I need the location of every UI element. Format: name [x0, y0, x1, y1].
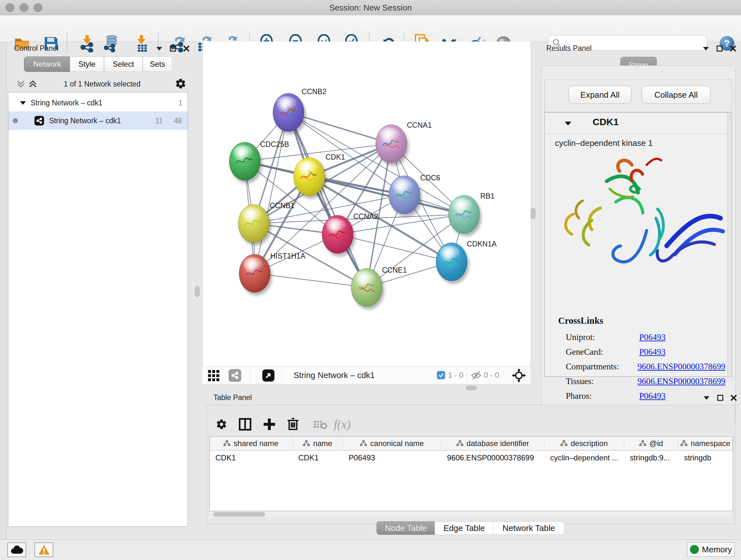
show-columns-icon[interactable] — [239, 418, 252, 431]
network-node-cdk1[interactable]: CDK1 — [293, 153, 345, 199]
horizontal-splitter-handle[interactable] — [466, 386, 477, 390]
network-collection-count: 1 — [179, 99, 183, 107]
crosslink-label: Tissues: — [566, 376, 637, 386]
crosslink-link[interactable]: 9606.ENSP00000378699 — [637, 362, 725, 372]
network-node-cdkn1a[interactable]: CDKN1A — [436, 240, 497, 284]
results-node-section: CDK1 cyclin–dependent kinase 1 — [544, 112, 732, 377]
pan-crosshair-icon[interactable] — [512, 368, 526, 382]
tab-network-table[interactable]: Network Table — [493, 521, 564, 535]
column-header-canonical-name[interactable]: canonical name — [343, 437, 441, 450]
tab-node-table[interactable]: Node Table — [377, 521, 435, 535]
crosslink-link[interactable]: 9606.ENSP00000378699 — [637, 376, 725, 386]
network-node-cdc6[interactable]: CDC6 — [389, 174, 441, 217]
panel-float-icon[interactable] — [717, 45, 723, 52]
network-row-selected[interactable]: String Network – cdk1 11 48 — [8, 111, 188, 130]
window-title: Session: New Session — [0, 3, 741, 13]
crosslink-link[interactable]: P06493 — [639, 347, 666, 357]
table-body: CDK1CDK1P064939606.ENSP00000378699cyclin… — [210, 450, 733, 465]
node-description: cyclin–dependent kinase 1 — [555, 138, 653, 148]
expand-all-networks-icon[interactable] — [28, 79, 38, 89]
control-panel-controls — [156, 45, 190, 52]
table-panel-controls — [703, 395, 737, 401]
selected-count: 1 - 0 — [448, 371, 463, 380]
table-cell: CDK1 — [293, 450, 343, 465]
network-collection-row[interactable]: String Network – cdk1 1 — [8, 95, 188, 111]
table-panel-body: f(x) shared namenamecanonical namedataba… — [206, 405, 735, 524]
node-label: CCNE1 — [382, 266, 407, 274]
collapse-all-button[interactable]: Collapse All — [642, 86, 711, 104]
expand-all-button[interactable]: Expand All — [569, 86, 631, 104]
panel-menu-icon[interactable] — [702, 46, 710, 51]
node-label: CCNA1 — [407, 121, 432, 129]
tab-network[interactable]: Network — [24, 57, 71, 72]
network-canvas[interactable]: CCNB2CCNA1CDC25BCDK1CDC6RB1CCNB1CCNA2CDK… — [202, 42, 531, 367]
tab-select[interactable]: Select — [104, 57, 143, 72]
network-view-toolbar: String Network – cdk1 1 - 0 0 - 0 — [202, 367, 530, 384]
panel-menu-icon[interactable] — [703, 395, 710, 400]
tab-sets[interactable]: Sets — [143, 57, 172, 72]
panel-close-icon[interactable] — [730, 45, 736, 52]
column-header-label: canonical name — [370, 439, 424, 448]
node-label: CDKN1A — [467, 240, 497, 248]
network-node-rb1[interactable]: RB1 — [448, 192, 495, 236]
network-options-gear-icon[interactable] — [175, 78, 186, 89]
node-section-header[interactable]: CDK1 — [545, 113, 732, 134]
network-node-ccna1[interactable]: CCNA1 — [376, 121, 432, 166]
results-panel-controls — [702, 45, 736, 52]
table-hscrollbar-thumb[interactable] — [213, 512, 265, 516]
network-node-ccne1[interactable]: CCNE1 — [351, 266, 407, 309]
table-row[interactable]: CDK1CDK1P064939606.ENSP00000378699cyclin… — [210, 450, 733, 465]
column-header-shared-name[interactable]: shared name — [210, 437, 293, 450]
tab-edge-table[interactable]: Edge Table — [434, 521, 494, 535]
tab-select-label: Select — [113, 60, 134, 69]
memory-button[interactable]: Memory — [687, 542, 735, 557]
results-scrollbar[interactable] — [727, 113, 731, 376]
grid-view-icon[interactable] — [208, 370, 219, 381]
toolbar-separator — [467, 369, 467, 382]
table-cell: P06493 — [343, 450, 441, 465]
results-panel-title: Results Panel — [546, 44, 592, 53]
column-header-database-identifier[interactable]: database identifier — [441, 437, 544, 450]
panel-close-icon[interactable] — [183, 45, 190, 52]
collapse-all-label: Collapse All — [655, 90, 698, 100]
collapse-all-networks-icon[interactable] — [16, 79, 25, 89]
column-header-namespace[interactable]: namespace — [678, 437, 733, 450]
tab-style[interactable]: Style — [70, 57, 104, 72]
network-node-ccnb2[interactable]: CCNB2 — [273, 87, 327, 134]
column-header-label: description — [570, 439, 608, 448]
delete-column-icon[interactable] — [286, 417, 299, 431]
network-node-cdc25b[interactable]: CDC25B — [229, 140, 289, 183]
selected-checkbox[interactable] — [437, 371, 445, 379]
column-header-description[interactable]: description — [544, 437, 624, 450]
crosslink-label: Uniprot: — [566, 332, 639, 342]
network-collection-label: String Network – cdk1 — [30, 99, 103, 107]
node-label: RB1 — [480, 192, 495, 200]
section-collapse-icon[interactable] — [564, 121, 571, 126]
add-column-icon[interactable] — [263, 418, 276, 431]
right-splitter-handle[interactable] — [531, 208, 536, 219]
network-graph[interactable]: CCNB2CCNA1CDC25BCDK1CDC6RB1CCNB1CCNA2CDK… — [203, 42, 531, 367]
crosslink-row: Tissues:9606.ENSP00000378699 — [566, 374, 725, 388]
collection-expand-icon[interactable] — [20, 101, 26, 105]
network-node-hist1h1a[interactable]: HIST1H1A — [239, 252, 306, 295]
table-hscrollbar-track[interactable] — [210, 511, 732, 517]
table-options-gear-icon[interactable] — [216, 419, 227, 430]
left-splitter-handle[interactable] — [195, 286, 199, 297]
crosslink-link[interactable]: P06493 — [639, 332, 666, 342]
node-section-title: CDK1 — [593, 117, 619, 127]
string-view-button[interactable] — [228, 369, 241, 382]
crosslink-row: Uniprot:P06493 — [566, 330, 725, 345]
node-label: CCNA2 — [353, 212, 378, 221]
warnings-button[interactable] — [35, 543, 53, 557]
memory-label: Memory — [702, 545, 732, 555]
column-header-label: namespace — [690, 439, 730, 448]
cloud-status-button[interactable] — [7, 543, 26, 557]
column-header--id[interactable]: @id — [624, 437, 678, 450]
panel-float-icon[interactable] — [717, 395, 724, 401]
panel-close-icon[interactable] — [731, 395, 737, 401]
panel-float-icon[interactable] — [170, 45, 176, 52]
birds-eye-view-button[interactable] — [262, 369, 274, 381]
panel-menu-icon[interactable] — [156, 46, 163, 51]
column-header-name[interactable]: name — [293, 437, 343, 450]
network-node-ccnb1[interactable]: CCNB1 — [238, 201, 294, 246]
